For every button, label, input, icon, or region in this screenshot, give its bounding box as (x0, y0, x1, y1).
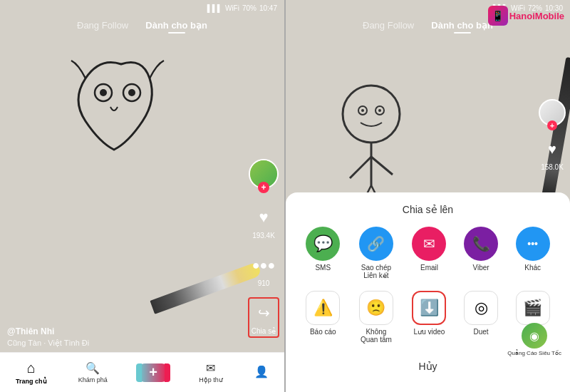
left-nav-add[interactable]: + (133, 361, 173, 385)
left-comment-icon: ●●● (251, 252, 276, 278)
share-sms-label: SMS (315, 264, 331, 272)
left-share-icon: ↪ (251, 300, 276, 326)
left-nav-inbox[interactable]: ✉ Hộp thư (193, 359, 229, 386)
left-heart-icon: ♥ (251, 205, 276, 230)
right-avatar-container: + (539, 99, 566, 126)
share-save-label: Lưu video (414, 328, 445, 336)
left-nav-explore[interactable]: 🔍 Khám phá (73, 359, 113, 386)
video-background (0, 0, 284, 352)
share-sheet: Chia sẻ lên 💬 SMS 🔗 Sao chép Liên kết ✉ … (286, 192, 570, 392)
left-comment-count: 910 (258, 279, 270, 287)
pencil-image (150, 262, 261, 314)
right-tab-foryou[interactable]: Dành cho bạn (431, 20, 493, 33)
share-row-1: 💬 SMS 🔗 Sao chép Liên kết ✉ Email 📞 Vibe… (297, 227, 559, 279)
share-email-label: Email (420, 264, 438, 272)
right-like-button[interactable]: ♥ 158.0K (539, 136, 565, 171)
share-copy-icon: 🔗 (359, 227, 393, 261)
svg-point-3 (128, 89, 135, 96)
watermark: ◉ Quảng Cáo Siêu Tốc (507, 323, 561, 356)
share-notinterested-button[interactable]: 🙁 Không Quan tâm (358, 291, 395, 344)
hanoi-logo: 📱 HanoiMobile (488, 6, 564, 26)
left-right-panel: + ♥ 193.4K ●●● 910 ↪ Chia sẻ (249, 159, 279, 335)
share-more-button[interactable]: ••• Khác (516, 227, 550, 279)
left-song-info: Cũng Tàn · Việt Tình Đi (7, 339, 242, 348)
left-home-label: Trang chủ (16, 378, 47, 385)
share-report-icon: ⚠️ (306, 291, 340, 325)
left-inbox-icon: ✉ (206, 361, 215, 375)
left-like-count: 193.4K (252, 232, 275, 239)
left-comment-button[interactable]: ●●● 910 (251, 252, 276, 287)
share-notinterested-icon: 🙁 (359, 291, 393, 325)
left-add-icon: + (149, 364, 157, 381)
svg-point-2 (100, 89, 107, 96)
share-duet-label: Duet (474, 328, 489, 336)
right-phone: ▌▌▌ WiFi 72% 10:30 Đang Follow Dành cho … (286, 0, 570, 392)
right-follow-plus[interactable]: + (547, 120, 557, 130)
share-sms-button[interactable]: 💬 SMS (306, 227, 340, 279)
share-viber-label: Viber (472, 264, 489, 272)
left-username: @Thiên Nhi (7, 326, 242, 336)
share-report-button[interactable]: ⚠️ Báo cáo (306, 291, 340, 344)
share-email-button[interactable]: ✉ Email (412, 227, 446, 279)
left-profile-icon: 👤 (254, 365, 269, 378)
left-inbox-label: Hộp thư (199, 376, 223, 383)
left-explore-label: Khám phá (78, 376, 108, 383)
left-nav-tabs: Đang Follow Dành cho bạn (0, 16, 284, 38)
share-copy-label: Sao chép Liên kết (358, 264, 395, 279)
left-share-button[interactable]: ↪ Chia sẻ (251, 300, 276, 335)
hanoi-logo-text: HanoiMobile (509, 11, 564, 21)
share-viber-icon: 📞 (464, 227, 498, 261)
svg-point-7 (361, 109, 364, 112)
left-wifi-icon: WiFi (225, 4, 239, 12)
right-tab-follow[interactable]: Đang Follow (363, 20, 414, 33)
share-save-icon: ⬇️ (412, 291, 446, 325)
left-share-label: Chia sẻ (252, 327, 276, 335)
left-follow-plus[interactable]: + (258, 182, 269, 193)
left-signal-icon: ▌▌▌ (207, 4, 222, 12)
share-viber-button[interactable]: 📞 Viber (464, 227, 498, 279)
left-time: 10:47 (259, 4, 277, 12)
share-report-label: Báo cáo (310, 328, 336, 336)
share-notinterested-label: Không Quan tâm (358, 328, 395, 344)
left-phone: ▌▌▌ WiFi 70% 10:47 Đang Follow Dành cho … (0, 0, 284, 392)
right-right-panel: + ♥ 158.0K (539, 99, 566, 171)
share-duet-icon: ◎ (464, 291, 498, 325)
left-tab-foryou[interactable]: Dành cho bạn (145, 20, 207, 33)
left-tab-follow[interactable]: Đang Follow (77, 20, 128, 33)
left-status-bar: ▌▌▌ WiFi 70% 10:47 (0, 0, 284, 16)
left-avatar-container: + (249, 159, 279, 189)
share-cancel-button[interactable]: Hủy (297, 355, 559, 378)
left-search-icon: 🔍 (86, 361, 100, 375)
sketch-drawing (14, 36, 214, 249)
left-bottom-info: @Thiên Nhi Cũng Tàn · Việt Tình Đi (7, 326, 242, 348)
right-heart-icon: ♥ (539, 136, 565, 162)
left-like-button[interactable]: ♥ 193.4K (251, 205, 276, 239)
left-add-button[interactable]: + (139, 363, 167, 382)
svg-point-4 (343, 86, 400, 143)
hanoi-logo-icon: 📱 (488, 6, 508, 26)
share-sms-icon: 💬 (306, 227, 340, 261)
svg-point-8 (378, 109, 381, 112)
share-sheet-title: Chia sẻ lên (297, 204, 559, 215)
share-copy-button[interactable]: 🔗 Sao chép Liên kết (358, 227, 395, 279)
watermark-logo: ◉ (522, 323, 547, 349)
share-more-icon: ••• (516, 227, 550, 261)
left-battery: 70% (242, 4, 256, 12)
right-like-count: 158.0K (541, 163, 564, 171)
left-nav-profile[interactable]: 👤 (249, 362, 274, 383)
share-more-label: Khác (524, 264, 541, 272)
left-bottom-nav: ⌂ Trang chủ 🔍 Khám phá + ✉ Hộp thư 👤 (0, 352, 284, 392)
share-duet-button[interactable]: ◎ Duet (464, 291, 498, 344)
share-save-button[interactable]: ⬇️ Lưu video (412, 291, 446, 344)
left-nav-home[interactable]: ⌂ Trang chủ (10, 357, 53, 388)
watermark-text: Quảng Cáo Siêu Tốc (507, 350, 561, 356)
share-email-icon: ✉ (412, 227, 446, 261)
left-home-icon: ⌂ (27, 360, 36, 376)
share-react-icon: 🎬 (516, 291, 550, 325)
